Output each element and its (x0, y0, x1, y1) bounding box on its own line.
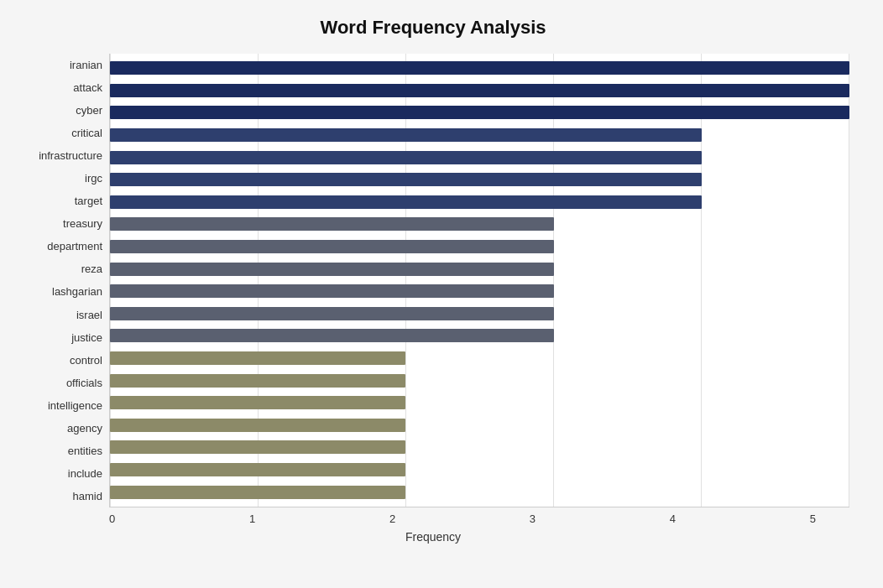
y-label: hamid (73, 491, 102, 502)
chart-container: Word Frequency Analysis iranianattackcyb… (0, 0, 883, 588)
y-label: cyber (76, 105, 102, 116)
bar-row (110, 261, 849, 278)
bar-row (110, 305, 849, 322)
bar (110, 217, 554, 231)
bar-row (110, 60, 849, 76)
bar (110, 195, 702, 209)
bar-row (110, 171, 849, 188)
bar-row (110, 350, 849, 367)
bar (110, 463, 405, 476)
bar (110, 61, 849, 75)
y-label: department (47, 241, 102, 252)
y-label: lashgarian (52, 286, 102, 297)
y-label: control (70, 355, 102, 366)
bar (110, 307, 554, 320)
y-label: entities (68, 445, 102, 456)
bars-wrapper (110, 54, 849, 507)
bar-row (110, 238, 849, 255)
bar-row (110, 283, 849, 299)
bar (110, 396, 405, 409)
x-axis-label: 1 (249, 513, 255, 525)
y-label: reza (81, 263, 102, 274)
bar-row (110, 327, 849, 344)
bar (110, 351, 405, 365)
bar-row (110, 484, 849, 501)
x-axis-label: 2 (389, 513, 395, 525)
chart-area: iranianattackcybercriticalinfrastructure… (17, 54, 849, 507)
y-label: iranian (70, 60, 102, 70)
x-axis-labels: 012345 (17, 513, 849, 525)
bar-row (110, 461, 849, 478)
bar (110, 419, 405, 432)
bar (110, 374, 405, 388)
y-label: israel (76, 310, 102, 320)
x-axis-label: 4 (670, 513, 676, 525)
y-label: agency (67, 423, 102, 434)
x-axis-title: Frequency (17, 530, 849, 544)
y-label: officials (66, 377, 102, 388)
y-label: irgc (85, 173, 102, 184)
y-label: infrastructure (39, 150, 102, 161)
bottom-section: 012345 Frequency (17, 513, 849, 544)
bars-and-grid (109, 54, 849, 507)
bar (110, 486, 405, 499)
y-label: intelligence (48, 400, 102, 411)
x-axis-label: 3 (530, 513, 536, 525)
bar-row (110, 372, 849, 389)
y-axis-labels: iranianattackcybercriticalinfrastructure… (17, 54, 109, 507)
bar-row (110, 394, 849, 411)
bar-row (110, 82, 849, 99)
bar (110, 263, 554, 276)
bar-row (110, 439, 849, 455)
bar-row (110, 104, 849, 121)
y-label: target (75, 195, 102, 206)
bar (110, 128, 702, 142)
bar (110, 284, 554, 298)
y-label: treasury (63, 218, 102, 229)
bar-row (110, 194, 849, 211)
x-axis-label: 5 (810, 513, 816, 525)
chart-title: Word Frequency Analysis (17, 17, 849, 39)
bar (110, 329, 554, 342)
y-label: justice (71, 332, 102, 343)
y-label: attack (73, 82, 102, 93)
x-axis-label: 0 (109, 513, 115, 525)
bar-row (110, 216, 849, 232)
bar (110, 151, 702, 164)
bar-row (110, 127, 849, 143)
bar (110, 173, 702, 186)
y-label: critical (71, 127, 102, 138)
bar-row (110, 417, 849, 434)
y-label: include (68, 468, 102, 479)
bar (110, 84, 849, 97)
bar-row (110, 149, 849, 166)
bar (110, 240, 554, 253)
bar (110, 106, 849, 119)
bar (110, 440, 405, 454)
